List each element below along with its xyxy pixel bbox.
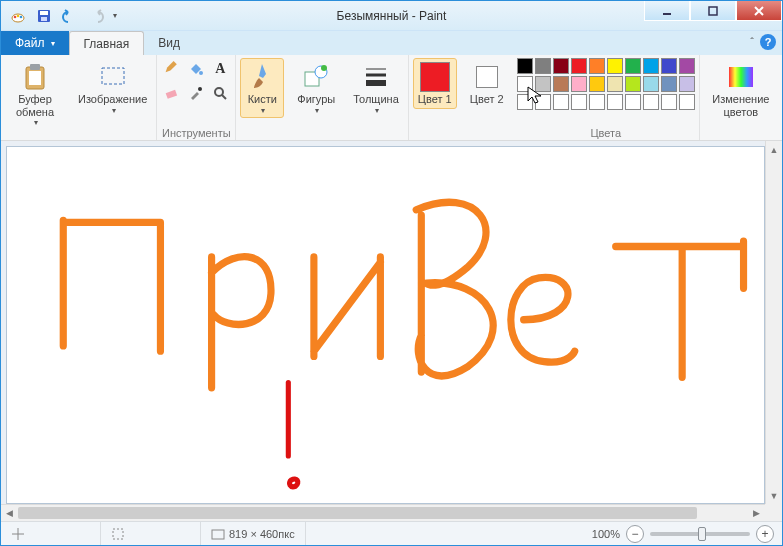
color1-button[interactable]: Цвет 1 bbox=[413, 58, 457, 109]
color-swatch[interactable] bbox=[571, 76, 587, 92]
canvas[interactable] bbox=[7, 147, 764, 503]
color-swatch[interactable] bbox=[589, 58, 605, 74]
svg-point-2 bbox=[17, 14, 20, 17]
status-selection bbox=[101, 522, 201, 545]
svg-line-17 bbox=[222, 95, 226, 99]
status-position bbox=[1, 522, 101, 545]
group-edit-colors: Изменение цветов bbox=[700, 55, 782, 140]
svg-rect-10 bbox=[30, 64, 40, 70]
scroll-left-icon[interactable]: ◀ bbox=[1, 505, 18, 521]
color-swatch[interactable] bbox=[643, 76, 659, 92]
scroll-thumb[interactable] bbox=[18, 507, 697, 519]
scroll-corner bbox=[765, 504, 782, 521]
pencil-tool-icon[interactable] bbox=[161, 58, 183, 80]
group-clipboard: Буфер обмена ▾ bbox=[1, 55, 69, 140]
chevron-down-icon: ▾ bbox=[34, 118, 38, 127]
color-swatch[interactable] bbox=[679, 94, 695, 110]
color-swatch[interactable] bbox=[589, 94, 605, 110]
color-swatch[interactable] bbox=[571, 94, 587, 110]
close-button[interactable] bbox=[736, 1, 782, 21]
select-button[interactable]: Изображение ▾ bbox=[73, 58, 152, 118]
svg-point-20 bbox=[321, 65, 327, 71]
color-swatch[interactable] bbox=[625, 94, 641, 110]
collapse-ribbon-icon[interactable]: ˆ bbox=[750, 36, 754, 48]
zoom-controls: 100% − + bbox=[592, 525, 774, 543]
maximize-button[interactable] bbox=[690, 1, 736, 21]
color-swatch[interactable] bbox=[553, 94, 569, 110]
color-swatch[interactable] bbox=[517, 76, 533, 92]
tab-view[interactable]: Вид bbox=[144, 31, 194, 55]
picker-tool-icon[interactable] bbox=[185, 82, 207, 104]
color-swatch[interactable] bbox=[661, 58, 677, 74]
color-swatch[interactable] bbox=[679, 58, 695, 74]
svg-rect-12 bbox=[102, 68, 124, 84]
color-swatch[interactable] bbox=[625, 58, 641, 74]
vertical-scrollbar[interactable]: ▲ ▼ bbox=[765, 141, 782, 504]
magnifier-tool-icon[interactable] bbox=[209, 82, 231, 104]
ribbon: Буфер обмена ▾ Изображение ▾ A Инструмен… bbox=[1, 55, 782, 141]
titlebar: ▾ Безымянный - Paint bbox=[1, 1, 782, 31]
color-swatch[interactable] bbox=[553, 76, 569, 92]
color-swatch[interactable] bbox=[625, 76, 641, 92]
save-icon[interactable] bbox=[33, 5, 55, 27]
color-swatch[interactable] bbox=[643, 94, 659, 110]
paste-button[interactable]: Буфер обмена ▾ bbox=[5, 58, 65, 130]
app-icon[interactable] bbox=[7, 5, 29, 27]
size-button[interactable]: Толщина ▾ bbox=[348, 58, 404, 118]
color-swatch[interactable] bbox=[535, 94, 551, 110]
color-swatch[interactable] bbox=[517, 94, 533, 110]
qat-dropdown-icon[interactable]: ▾ bbox=[113, 11, 117, 20]
fill-tool-icon[interactable] bbox=[185, 58, 207, 80]
status-dimensions: 819 × 460пкс bbox=[201, 522, 306, 545]
selection-icon bbox=[111, 527, 125, 541]
color-swatch[interactable] bbox=[535, 58, 551, 74]
svg-rect-11 bbox=[29, 71, 41, 85]
scroll-down-icon[interactable]: ▼ bbox=[766, 487, 782, 504]
brushes-button[interactable]: Кисти ▾ bbox=[240, 58, 284, 118]
color-swatch[interactable] bbox=[607, 94, 623, 110]
color-swatch[interactable] bbox=[607, 76, 623, 92]
chevron-down-icon: ▾ bbox=[315, 106, 319, 115]
zoom-out-button[interactable]: − bbox=[626, 525, 644, 543]
color-swatch[interactable] bbox=[661, 94, 677, 110]
horizontal-scrollbar[interactable]: ◀ ▶ bbox=[1, 504, 765, 521]
color-swatch[interactable] bbox=[643, 58, 659, 74]
text-tool-icon[interactable]: A bbox=[209, 58, 231, 80]
edit-colors-button[interactable]: Изменение цветов bbox=[704, 58, 778, 121]
scroll-right-icon[interactable]: ▶ bbox=[748, 505, 765, 521]
tab-file[interactable]: Файл▾ bbox=[1, 31, 69, 55]
chevron-down-icon: ▾ bbox=[375, 106, 379, 115]
window: ▾ Безымянный - Paint Файл▾ Главная Вид ˆ… bbox=[0, 0, 783, 546]
zoom-in-button[interactable]: + bbox=[756, 525, 774, 543]
ribbon-tabs: Файл▾ Главная Вид ˆ ? bbox=[1, 31, 782, 55]
status-bar: 819 × 460пкс 100% − + bbox=[1, 521, 782, 545]
color-swatch[interactable] bbox=[571, 58, 587, 74]
scroll-up-icon[interactable]: ▲ bbox=[766, 141, 782, 158]
group-shapes: Фигуры ▾ bbox=[288, 55, 344, 140]
color2-button[interactable]: Цвет 2 bbox=[465, 58, 509, 109]
color-swatch[interactable] bbox=[553, 58, 569, 74]
group-color1: Цвет 1 bbox=[409, 55, 461, 140]
svg-rect-26 bbox=[212, 530, 224, 539]
chevron-down-icon: ▾ bbox=[261, 106, 265, 115]
shapes-button[interactable]: Фигуры ▾ bbox=[292, 58, 340, 118]
crosshair-icon bbox=[11, 527, 25, 541]
undo-icon[interactable] bbox=[59, 5, 81, 27]
redo-icon[interactable] bbox=[85, 5, 107, 27]
tab-home[interactable]: Главная bbox=[69, 31, 145, 55]
svg-rect-24 bbox=[729, 67, 753, 87]
color-swatch[interactable] bbox=[589, 76, 605, 92]
svg-rect-25 bbox=[113, 529, 123, 539]
color-swatch[interactable] bbox=[607, 58, 623, 74]
color-swatch[interactable] bbox=[535, 76, 551, 92]
zoom-slider[interactable] bbox=[650, 532, 750, 536]
eraser-tool-icon[interactable] bbox=[161, 82, 183, 104]
chevron-down-icon: ▾ bbox=[51, 39, 55, 48]
help-icon[interactable]: ? bbox=[760, 34, 776, 50]
color-swatch[interactable] bbox=[661, 76, 677, 92]
zoom-slider-knob[interactable] bbox=[698, 527, 706, 541]
minimize-button[interactable] bbox=[644, 1, 690, 21]
color-swatch[interactable] bbox=[679, 76, 695, 92]
color-swatch[interactable] bbox=[517, 58, 533, 74]
group-colors: Цвета bbox=[513, 55, 700, 140]
